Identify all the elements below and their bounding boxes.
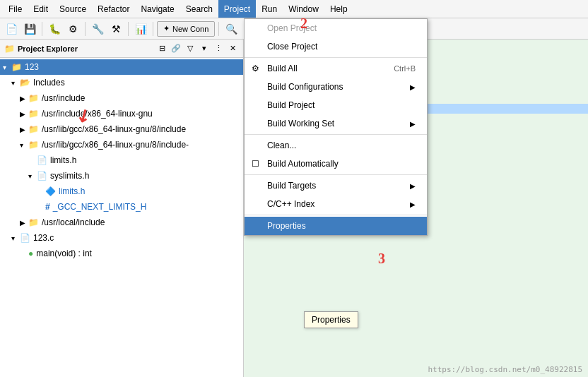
menu-navigate[interactable]: Navigate bbox=[135, 0, 180, 18]
build-auto-label: Build Automatically bbox=[267, 159, 339, 169]
circle-icon: ● bbox=[28, 249, 33, 258]
tree-item-gcc-include2[interactable]: ▾ 📁 /usr/lib/gcc/x86_64-linux-gnu/8/incl… bbox=[0, 137, 243, 152]
arrow-icon: ▾ bbox=[11, 234, 20, 242]
panel-menu-button[interactable]: ⋮ bbox=[212, 42, 225, 55]
item-label: syslimits.h bbox=[50, 171, 89, 181]
tree-item-includes[interactable]: ▾ 📂 Includes bbox=[0, 75, 243, 90]
tree-item-limits-h-child[interactable]: 🔷 limits.h bbox=[0, 184, 243, 199]
tree-item-123[interactable]: ▾ 📁 123 bbox=[0, 59, 243, 75]
toolbar-btn2[interactable]: ⚙ bbox=[64, 20, 81, 37]
tree-item-limits-h[interactable]: 📄 limits.h bbox=[0, 152, 243, 168]
submenu-arrow-icon3: ▶ bbox=[410, 182, 416, 190]
item-label: Includes bbox=[33, 78, 65, 88]
sep4 bbox=[153, 22, 153, 36]
item-label: /usr/include/x86_64-linux-gnu bbox=[42, 109, 153, 119]
new-conn-icon: ✦ bbox=[163, 24, 170, 33]
toolbar-btn6[interactable]: 🔍 bbox=[223, 20, 240, 37]
toolbar-btn5[interactable]: 📊 bbox=[132, 20, 149, 37]
project-dropdown-menu: Open Project Close Project ⚙ Build All C… bbox=[244, 18, 428, 236]
folder-icon: 📂 bbox=[20, 78, 30, 88]
left-panel: 📁 Project Explorer ⊟ 🔗 ▽ ▾ ⋮ ✕ ▾ 📁 123 ▾ bbox=[0, 40, 244, 377]
tree-item-main[interactable]: ● main(void) : int bbox=[0, 246, 243, 261]
close-panel-button[interactable]: ✕ bbox=[226, 42, 239, 55]
menu-search[interactable]: Search bbox=[180, 0, 218, 18]
menu-build-working-set[interactable]: Build Working Set ▶ bbox=[245, 114, 427, 133]
folder-icon: 📁 bbox=[11, 62, 22, 72]
build-configurations-label: Build Configurations bbox=[267, 82, 343, 92]
menu-edit[interactable]: Edit bbox=[28, 0, 54, 18]
filter-button[interactable]: ▽ bbox=[184, 42, 196, 55]
build-all-shortcut: Ctrl+B bbox=[394, 64, 416, 73]
view-menu-button[interactable]: ▾ bbox=[198, 42, 211, 55]
menu-build-configurations[interactable]: Build Configurations ▶ bbox=[245, 78, 427, 96]
sep-after-close bbox=[245, 57, 427, 58]
menu-clean[interactable]: Clean... bbox=[245, 136, 427, 155]
panel-actions: ⊟ 🔗 ▽ ▾ ⋮ ✕ bbox=[155, 42, 239, 55]
save-button[interactable]: 💾 bbox=[21, 20, 38, 37]
collapse-all-button[interactable]: ⊟ bbox=[155, 42, 168, 55]
file-icon: 📄 bbox=[37, 155, 47, 165]
watermark: https://blog.csdn.net/m0_48922815 bbox=[428, 365, 582, 374]
close-project-label: Close Project bbox=[267, 42, 317, 52]
tree-item-gcc-include[interactable]: ▶ 📁 /usr/lib/gcc/x86_64-linux-gnu/8/incl… bbox=[0, 121, 243, 137]
arrow-icon: ▶ bbox=[20, 219, 28, 227]
sep-before-properties bbox=[245, 215, 427, 215]
menu-build-targets[interactable]: Build Targets ▶ bbox=[245, 176, 427, 195]
item-label: /usr/lib/gcc/x86_64-linux-gnu/8/include- bbox=[42, 140, 189, 150]
menu-help[interactable]: Help bbox=[324, 0, 353, 18]
new-connection-button[interactable]: ✦ New Conn bbox=[157, 21, 215, 37]
new-button[interactable]: 📄 bbox=[3, 20, 20, 37]
toolbar-btn3[interactable]: 🔧 bbox=[89, 20, 106, 37]
menu-window[interactable]: Window bbox=[283, 0, 324, 18]
toolbar-btn4[interactable]: ⚒ bbox=[107, 20, 124, 37]
sep-after-auto bbox=[245, 174, 427, 175]
tree-item-gcc-next[interactable]: # _GCC_NEXT_LIMITS_H bbox=[0, 199, 243, 215]
new-conn-label: New Conn bbox=[172, 25, 208, 33]
item-label: 123 bbox=[25, 62, 39, 72]
menu-build-auto[interactable]: ☐ Build Automatically bbox=[245, 155, 427, 173]
folder-icon: 📁 bbox=[28, 93, 39, 103]
cpp-index-label: C/C++ Index bbox=[267, 199, 314, 209]
project-tree: ▾ 📁 123 ▾ 📂 Includes ▶ 📁 /usr/include ▶ … bbox=[0, 58, 243, 377]
panel-title-label: Project Explorer bbox=[18, 44, 78, 53]
menu-project[interactable]: Project bbox=[218, 0, 256, 18]
menu-build-all[interactable]: ⚙ Build All Ctrl+B bbox=[245, 59, 427, 78]
menu-run[interactable]: Run bbox=[256, 0, 283, 18]
item-label: /usr/include bbox=[42, 93, 85, 103]
build-all-icon: ⚙ bbox=[252, 64, 259, 73]
sep5 bbox=[218, 22, 219, 36]
menu-build-project[interactable]: Build Project bbox=[245, 96, 427, 114]
panel-folder-icon: 📁 bbox=[4, 44, 15, 54]
file-icon: 🔷 bbox=[45, 186, 56, 196]
file-icon: 📄 bbox=[20, 233, 30, 243]
tree-item-syslimits-h[interactable]: ▾ 📄 syslimits.h bbox=[0, 168, 243, 184]
item-label: 123.c bbox=[33, 233, 54, 243]
tree-item-usr-include-x86[interactable]: ▶ 📁 /usr/include/x86_64-linux-gnu bbox=[0, 106, 243, 121]
tree-item-usr-include[interactable]: ▶ 📁 /usr/include bbox=[0, 90, 243, 106]
debug-button[interactable]: 🐛 bbox=[46, 20, 63, 37]
arrow-icon: ▾ bbox=[3, 64, 11, 71]
menu-file[interactable]: File bbox=[3, 0, 28, 18]
menu-refactor[interactable]: Refactor bbox=[92, 0, 135, 18]
hash-icon: # bbox=[45, 202, 50, 212]
build-all-label: Build All bbox=[267, 64, 298, 73]
tree-item-local-include[interactable]: ▶ 📁 /usr/local/include bbox=[0, 215, 243, 230]
item-label: /usr/lib/gcc/x86_64-linux-gnu/8/include bbox=[42, 124, 186, 134]
panel-title: 📁 Project Explorer bbox=[4, 44, 151, 54]
menu-properties[interactable]: Properties bbox=[245, 217, 427, 235]
arrow-icon: ▶ bbox=[20, 126, 28, 133]
menu-source[interactable]: Source bbox=[54, 0, 92, 18]
folder-icon: 📁 bbox=[28, 217, 39, 227]
file-icon: 📄 bbox=[37, 171, 47, 181]
menubar: File Edit Source Refactor Navigate Searc… bbox=[0, 0, 588, 18]
menu-open-project[interactable]: Open Project bbox=[245, 19, 427, 37]
menu-cpp-index[interactable]: C/C++ Index ▶ bbox=[245, 195, 427, 213]
link-editor-button[interactable]: 🔗 bbox=[170, 42, 182, 55]
folder-icon: 📁 bbox=[28, 124, 39, 134]
arrow-icon: ▾ bbox=[28, 172, 37, 180]
tree-item-123c[interactable]: ▾ 📄 123.c bbox=[0, 230, 243, 246]
arrow-icon: ▶ bbox=[20, 95, 28, 102]
arrow-icon: ▾ bbox=[11, 79, 20, 87]
menu-close-project[interactable]: Close Project bbox=[245, 37, 427, 56]
build-working-set-label: Build Working Set bbox=[267, 119, 334, 128]
